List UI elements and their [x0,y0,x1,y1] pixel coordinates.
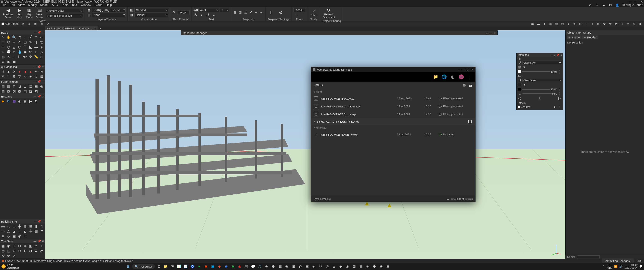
shell-extra3[interactable]: ▣ [12,234,17,238]
class-select[interactable]: None [92,13,126,17]
cloud-avatar[interactable]: HL [459,74,464,79]
stair-tool[interactable]: ☰ [17,229,22,234]
taskbar-app-27[interactable]: ◆ [338,264,344,269]
3d-extra3[interactable]: ⊡ [39,74,44,79]
taskbar-app-3[interactable]: 📊 [176,264,182,269]
shell-extra5[interactable]: ⊡ [22,234,28,238]
freehand-tool[interactable]: ✎ [28,40,33,45]
toolbar-icon-10[interactable]: ↔ [584,22,588,26]
palette-basic-header[interactable]: Basic—📌× [0,30,45,35]
toolbar-icon-18[interactable]: ⊕ [632,22,636,26]
palette-min-icon[interactable]: — [34,31,36,34]
clock-date[interactable]: 10/01/2024 [624,266,638,269]
hemisphere-tool[interactable]: ◗ [22,69,28,74]
enscape-set[interactable]: ⚙ [34,99,39,104]
render-mode-select[interactable]: Shaded [134,8,168,12]
jobs-settings-icon[interactable]: ⚙ [462,83,466,88]
fillet-tool[interactable]: ⌒ [22,45,28,50]
attr-mapping-tool[interactable]: ▦ [0,54,6,59]
move-tool[interactable]: ✥ [28,54,33,59]
sweep-tool[interactable]: ⟳ [12,69,17,74]
palette-pin-icon[interactable]: 📌 [38,31,41,34]
cloud-globe-icon[interactable]: 🌐 [442,74,446,79]
marker-start-icon[interactable]: ◁ [518,96,522,100]
shelving-tool[interactable]: ☰ [28,84,33,89]
enscape-views[interactable]: ▦ [12,99,17,104]
fill-color-swatch[interactable] [518,70,522,73]
toolbar-icon-17[interactable]: ✂ [626,22,630,26]
fill-opacity-menu[interactable]: ⋮ [558,70,562,74]
pushpull-tool[interactable]: ⬆ [0,69,6,74]
taskbar-app-32[interactable]: ⬢ [372,264,377,269]
shell-extra1[interactable]: ◈ [0,234,6,238]
shell-extra2[interactable]: ◇ [6,234,11,238]
home-icon[interactable]: ⌂ [595,3,599,7]
regular-poly-tool[interactable]: ⬡ [17,45,22,50]
settings-gear-button[interactable]: ⚙ [277,10,285,15]
previous-view-button[interactable]: ◀Previous View [2,8,14,19]
rotate-tool[interactable]: ⟳ [28,50,33,54]
autoplane-checkbox[interactable]: Auto-Plane [2,22,18,25]
pen-opacity-slider[interactable] [522,89,550,90]
snap-distance-icon[interactable]: ↔ [259,10,264,15]
weather-widget[interactable]: 27°C Ensolarado [2,264,19,269]
toolbar-icon-12[interactable]: ⊞ [596,22,600,26]
menu-cloud[interactable]: Cloud [94,3,102,7]
plan-rotation-input[interactable] [177,10,190,15]
lineweight-menu[interactable]: ⋮ [558,92,562,96]
enscape-asset[interactable]: ◈ [17,99,22,104]
tray-volume-icon[interactable]: 🔊 [619,265,622,268]
taskbar-app-1[interactable]: 📁 [163,264,168,269]
rm-help-icon[interactable]: ? [486,31,487,35]
column-tool[interactable]: ▮ [34,224,39,229]
3d-extra2[interactable]: ◇ [34,74,39,79]
toolset-2[interactable]: ◉ [6,243,11,248]
document-tab-close[interactable]: × [94,27,96,30]
attr-min-icon[interactable]: — [550,54,553,56]
lineweight-icon[interactable]: ≡ [518,92,522,96]
attr-close-icon[interactable]: × [560,54,562,56]
underline-button[interactable]: U [206,13,210,17]
tape-tool[interactable]: 📏 [34,54,39,59]
chamfer-tool[interactable]: ◣ [28,45,33,50]
toolbar-icon-1[interactable]: ▭ [530,22,535,26]
symbol-tool[interactable]: ◈ [39,45,44,50]
locus-tool[interactable]: + [0,45,6,50]
cloud-titlebar[interactable]: Vectorworks Cloud Services —▢✕ [311,67,475,72]
fixture-tool[interactable]: ◉ [39,84,44,89]
custom-view-select[interactable]: Custom View [46,9,83,13]
offset-tool[interactable]: ⊏ [34,50,39,54]
pilaster-tool[interactable]: ▯ [39,224,44,229]
taskbar-app-23[interactable]: ◈ [311,264,316,269]
enscape-start[interactable]: ▶ [0,99,6,104]
pen-reset-icon[interactable]: ↺ [518,78,522,82]
toolbar-icon-11[interactable]: ↕ [590,22,594,26]
polyline-tool[interactable]: 〰 [0,40,6,45]
align-left-button[interactable]: ≡ [212,13,216,17]
taskbar-app-19[interactable]: ◉ [284,264,290,269]
taskbar-app-6[interactable]: ● [196,264,202,269]
slab-tool[interactable]: ▭ [0,229,6,234]
jobs-print-icon[interactable]: 🖨 [468,83,472,88]
taskbar-app-9[interactable]: ◆ [216,264,222,269]
palette-furn-header[interactable]: Furn/Fixtures—📌× [0,79,45,84]
font-select[interactable]: Arial [198,8,219,12]
classes-icon[interactable]: ▥ [87,13,91,17]
zoom-input[interactable] [293,8,306,12]
toolset-13[interactable]: ◐ [22,248,28,253]
dim-tool[interactable]: ↔ [0,50,6,54]
taskbar-app-25[interactable]: ◎ [324,264,330,269]
door-tool[interactable]: ▯ [22,224,28,229]
taskbar-app-8[interactable]: ▣ [210,264,216,269]
font-size-select[interactable]: 7 [220,8,229,12]
next-view-button[interactable]: ▶Next View [15,8,24,19]
perspective-select[interactable]: Normal Perspective [46,14,83,18]
cone-tool[interactable]: ▴ [28,69,33,74]
align-plane-button[interactable]: ▦Align Plane [25,8,34,19]
component-join-tool[interactable]: ┼ [17,224,22,229]
task-view-button[interactable]: ⊡ [156,264,162,269]
wall-join-tool[interactable]: ⊥ [12,224,17,229]
furn-extra6[interactable]: ◪ [28,89,33,94]
taskbar-app-21[interactable]: ◐ [298,264,303,269]
oval-tool[interactable]: ⬭ [17,40,22,45]
